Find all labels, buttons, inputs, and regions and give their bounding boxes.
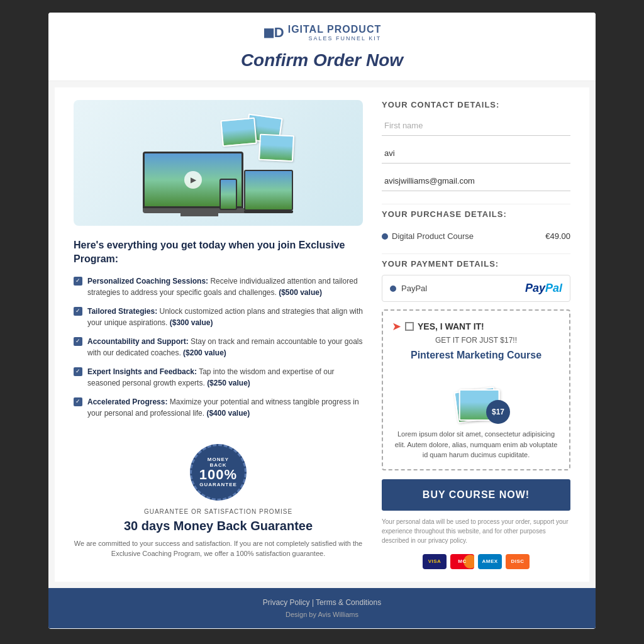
guarantee-badge: MONEY BACK 100% GUARANTEE [190, 444, 247, 501]
page-wrapper: ◼D IGITAL PRODUCT SALES FUNNEL KIT Confi… [48, 13, 596, 629]
logo-area: ◼D IGITAL PRODUCT SALES FUNNEL KIT [61, 24, 583, 42]
privacy-text: Your personal data will be used to proce… [382, 517, 570, 545]
badge-line3: GUARANTEE [199, 482, 237, 487]
benefits-title: Here's everything you get today when you… [74, 238, 363, 267]
email-input[interactable] [382, 171, 570, 191]
logo-main-text: IGITAL PRODUCT [288, 24, 382, 35]
firstname-input[interactable] [382, 116, 570, 136]
logo-text-group: IGITAL PRODUCT SALES FUNNEL KIT [288, 24, 382, 42]
upsell-box: ➤ YES, I WANT IT! GET IT FOR JUST $17!! … [382, 309, 570, 470]
badge-percentage: 100% [199, 468, 237, 482]
upsell-course-name: Pinterest Marketing Course [392, 350, 560, 361]
benefit-text-5: Accelerated Progress: Maximize your pote… [87, 396, 363, 419]
benefit-text-1: Personalized Coaching Sessions: Receive … [87, 275, 363, 298]
paypal-pal: Pal [545, 282, 562, 294]
benefit-check-4: ✓ [74, 367, 82, 376]
terms-link[interactable]: Terms & Conditions [316, 598, 381, 607]
benefit-check-5: ✓ [74, 397, 82, 406]
phone-device [219, 179, 237, 210]
play-button[interactable]: ▶ [184, 171, 202, 189]
payment-method-text: PayPal [401, 284, 427, 293]
benefit-item-4: ✓ Expert Insights and Feedback: Tap into… [74, 366, 363, 389]
benefit-check-3: ✓ [74, 337, 82, 346]
upsell-yes-text: YES, I WANT IT! [418, 321, 484, 331]
amex-icon: AMEX [478, 554, 502, 569]
logo-sub-text: SALES FUNNEL KIT [288, 35, 382, 42]
guarantee-label: GUARANTEE OR SATISFACTION PROMISE [74, 508, 363, 515]
upsell-price-text: GET IT FOR JUST $17!! [392, 336, 560, 345]
header: ◼D IGITAL PRODUCT SALES FUNNEL KIT Confi… [48, 13, 596, 81]
device-mockup: ▶ [136, 109, 300, 216]
benefit-item-5: ✓ Accelerated Progress: Maximize your po… [74, 396, 363, 419]
lastname-input[interactable] [382, 143, 570, 164]
right-column: YOUR CONTACT DETAILS: YOUR PURCHASE DETA… [382, 100, 570, 569]
purchase-item: Digital Product Course €49.00 [382, 229, 570, 243]
device-image: ▶ [74, 100, 363, 226]
product-price: €49.00 [545, 231, 570, 241]
main-content: ▶ [55, 87, 589, 582]
discover-icon: DISC [506, 554, 530, 569]
upsell-checkbox[interactable] [405, 322, 414, 331]
privacy-policy-link[interactable]: Privacy Policy [263, 598, 310, 607]
tablet-screen [244, 170, 293, 211]
tablet-device [240, 170, 297, 213]
product-name: Digital Product Course [392, 231, 474, 241]
badge-line1: MONEY [208, 457, 229, 462]
benefit-item-1: ✓ Personalized Coaching Sessions: Receiv… [74, 275, 363, 298]
divider-2 [382, 253, 570, 254]
logo-icon: ◼D [263, 25, 284, 41]
laptop-device: ▶ [143, 152, 256, 216]
purchase-details: Digital Product Course €49.00 [382, 229, 570, 243]
benefit-check-2: ✓ [74, 307, 82, 316]
arrow-icon: ➤ [392, 319, 401, 333]
payment-icons: VISA MC AMEX DISC [382, 554, 570, 569]
purchase-item-name: Digital Product Course [382, 231, 474, 241]
benefit-item-2: ✓ Tailored Strategies: Unlock customized… [74, 306, 363, 328]
purchase-label: YOUR PURCHASE DETAILS: [382, 209, 570, 219]
upsell-price-badge: $17 [486, 400, 510, 424]
photo-2 [220, 118, 257, 147]
payment-option[interactable]: PayPal PayPal [382, 275, 570, 302]
divider-1 [382, 204, 570, 204]
tablet-base [244, 211, 293, 213]
payment-radio [390, 286, 396, 292]
footer-credit: Design by Avis Williams [58, 611, 586, 618]
benefit-check-1: ✓ [74, 277, 82, 286]
phone-screen [219, 179, 237, 210]
buy-course-button[interactable]: BUY COURSE NOW! [382, 479, 570, 511]
radio-dot [382, 233, 388, 240]
laptop-base [143, 208, 256, 213]
benefit-text-3: Accountability and Support: Stay on trac… [87, 336, 363, 358]
mastercard-icon: MC [450, 554, 474, 569]
left-column: ▶ [74, 100, 382, 569]
footer-links: Privacy Policy | Terms & Conditions [58, 598, 586, 607]
benefit-text-4: Expert Insights and Feedback: Tap into t… [87, 366, 363, 389]
guarantee-text: We are committed to your success and sat… [74, 538, 363, 559]
laptop-stand [180, 213, 218, 216]
guarantee-title: 30 days Money Back Guarantee [74, 519, 363, 533]
payment-method-label: PayPal [390, 284, 427, 293]
photo-3 [258, 134, 294, 162]
contact-label: YOUR CONTACT DETAILS: [382, 100, 570, 109]
benefit-text-2: Tailored Strategies: Unlock customized a… [87, 306, 363, 328]
upsell-desc: Lorem ipsum dolor sit amet, consectetur … [392, 429, 560, 460]
guarantee-section: MONEY BACK 100% GUARANTEE GUARANTEE OR S… [74, 431, 363, 559]
visa-icon: VISA [423, 554, 447, 569]
benefit-item-3: ✓ Accountability and Support: Stay on tr… [74, 336, 363, 358]
paypal-pay: Pay [525, 282, 545, 294]
payment-label: YOUR PAYMENT DETAILS: [382, 259, 570, 269]
upsell-header: ➤ YES, I WANT IT! [392, 319, 560, 333]
paypal-logo: PayPal [525, 282, 562, 295]
upsell-image: $17 [392, 367, 560, 424]
footer: Privacy Policy | Terms & Conditions Desi… [48, 588, 596, 628]
page-title: Confirm Order Now [61, 50, 583, 70]
